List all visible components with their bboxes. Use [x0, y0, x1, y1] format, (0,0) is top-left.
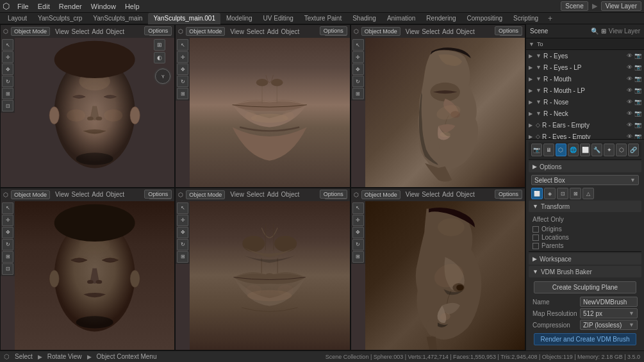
vp-nav-view-bm[interactable]: View	[230, 191, 244, 198]
menu-window[interactable]: Window	[87, 0, 120, 13]
tab-shading[interactable]: Shading	[347, 13, 381, 24]
tab-yansculpts-main-001[interactable]: YanSculpts_main.001	[148, 13, 220, 24]
object-mode-btn-tl[interactable]: Object Mode	[11, 27, 50, 36]
select-tool-tr[interactable]: ↖	[352, 39, 364, 51]
map-res-dropdown[interactable]: 512 px ▼	[580, 308, 638, 318]
constraints-props-btn[interactable]: 🔗	[628, 144, 639, 156]
vp-nav-object-br[interactable]: Object	[456, 191, 475, 198]
vp-nav-select-tr[interactable]: Select	[422, 28, 440, 35]
viewport-top-left[interactable]: ⬡ Object Mode View Select Add Object Glo…	[0, 24, 175, 188]
vp-nav-view-tm[interactable]: View	[230, 28, 244, 35]
cursor-tool-bm[interactable]: ✛	[177, 215, 188, 226]
menu-help[interactable]: Help	[121, 0, 144, 13]
transform-tool-bl[interactable]: ⊡	[2, 263, 13, 275]
tab-scripting[interactable]: Scripting	[508, 13, 543, 24]
select-tool-bm[interactable]: ↖	[177, 202, 188, 214]
render-create-btn[interactable]: Render and Create VDM Brush	[534, 333, 636, 345]
viewport-bot-left[interactable]: ⬡ Object Mode View Select Add Object Glo…	[0, 188, 175, 351]
outliner-item-nose[interactable]: ▶ ▼ R - Nose 👁 📷	[526, 96, 644, 108]
vp-nav-object-bm[interactable]: Object	[281, 191, 299, 198]
physics-props-btn[interactable]: ⬡	[616, 144, 627, 156]
move-tool-tr[interactable]: ✥	[352, 63, 364, 75]
name-input[interactable]: NewVDMBrush	[580, 297, 638, 307]
object-mode-btn-br[interactable]: Object Mode	[361, 190, 400, 199]
move-tool-bm[interactable]: ✥	[177, 227, 188, 238]
nav-gizmo-tl[interactable]: Y	[154, 67, 172, 85]
scale-tool-tl[interactable]: ⊞	[2, 88, 13, 99]
eye-icon-mouth[interactable]: 👁	[627, 76, 632, 82]
options-btn-tr[interactable]: Options	[495, 26, 522, 35]
outliner-item-eyes-empty[interactable]: ▶ ◇ R - Eyes - Empty 👁 📷	[526, 131, 644, 139]
vp-nav-object-tl[interactable]: Object	[106, 28, 124, 35]
viewport-bot-right[interactable]: ⬡ Object Mode View Select Add Object Glo…	[351, 188, 525, 351]
scene-selector[interactable]: Scene	[561, 1, 588, 11]
cam-icon-eyes-empty[interactable]: 📷	[634, 133, 641, 139]
locations-checkbox[interactable]	[533, 234, 539, 241]
cursor-tool-br[interactable]: ✛	[352, 215, 364, 226]
transform-icon-5[interactable]: △	[582, 188, 594, 199]
create-sculpting-plane-btn[interactable]: Create Sculpting Plane	[534, 281, 636, 293]
tab-texture-paint[interactable]: Texture Paint	[299, 13, 347, 24]
cam-icon-eyes-lp[interactable]: 📷	[634, 64, 641, 70]
object-mode-btn-tm[interactable]: Object Mode	[186, 27, 225, 36]
tab-animation[interactable]: Animation	[382, 13, 420, 24]
viewport-top-mid[interactable]: ⬡ Object Mode View Select Add Object Glo…	[175, 24, 350, 188]
outliner-item-neck[interactable]: ▶ ▼ R - Neck 👁 📷	[526, 108, 644, 119]
tab-yansculpts-crp[interactable]: YanSculpts_crp	[33, 13, 87, 24]
outliner-item-eyes[interactable]: ▶ ▼ R - Eyes 👁 📷	[526, 50, 644, 62]
tab-rendering[interactable]: Rendering	[421, 13, 461, 24]
menu-file[interactable]: File	[13, 0, 33, 13]
transform-icon-2[interactable]: ◈	[544, 188, 556, 199]
cursor-tool-tr[interactable]: ✛	[352, 51, 364, 63]
viewport-bot-mid[interactable]: ⬡ Object Mode View Select Add Object Glo…	[175, 188, 350, 351]
origins-checkbox[interactable]	[533, 226, 539, 233]
viewport-top-right[interactable]: ⬡ Object Mode View Select Add Object Glo…	[351, 24, 525, 188]
eye-icon-ears-empty[interactable]: 👁	[627, 122, 632, 128]
object-mode-btn-tr[interactable]: Object Mode	[361, 27, 400, 36]
scale-tool-br[interactable]: ⊞	[352, 251, 364, 263]
filter-icon[interactable]: ⊞	[601, 28, 606, 35]
vp-nav-object-bl[interactable]: Object	[106, 191, 124, 198]
vp-nav-view-tr[interactable]: View	[406, 28, 420, 35]
eye-icon-mouth-lp[interactable]: 👁	[627, 87, 632, 94]
tab-layout[interactable]: Layout	[3, 13, 32, 24]
eye-icon-nose[interactable]: 👁	[627, 99, 632, 105]
rotate-tool-tl[interactable]: ↻	[2, 76, 13, 87]
move-tool-br[interactable]: ✥	[352, 227, 364, 238]
cursor-tool-tl[interactable]: ✛	[2, 51, 13, 63]
options-btn-bm[interactable]: Options	[320, 190, 347, 199]
move-tool-bl[interactable]: ✥	[2, 227, 13, 238]
options-btn-tm[interactable]: Options	[320, 26, 347, 35]
add-workspace-btn[interactable]: +	[544, 14, 556, 23]
tab-uv-editing[interactable]: UV Editing	[258, 13, 299, 24]
vp-nav-object-tr[interactable]: Object	[456, 28, 475, 35]
overlay-btn-tl[interactable]: ⊞	[154, 39, 165, 51]
cam-icon-nose[interactable]: 📷	[634, 99, 641, 105]
cam-icon-mouth[interactable]: 📷	[634, 76, 641, 82]
vp-nav-view-tl[interactable]: View	[55, 28, 69, 35]
cursor-tool-bl[interactable]: ✛	[2, 215, 13, 226]
cursor-tool-tm[interactable]: ✛	[177, 51, 188, 63]
vp-nav-add-bl[interactable]: Add	[92, 191, 103, 198]
transform-header[interactable]: ▼ Transform	[529, 201, 641, 212]
vdm-header[interactable]: ▼ VDM Brush Baker	[529, 266, 641, 277]
transform-tool-tl[interactable]: ⊡	[2, 100, 13, 111]
rotate-tool-tm[interactable]: ↻	[177, 76, 188, 87]
rotate-tool-bl[interactable]: ↻	[2, 239, 13, 251]
outliner-item-mouth[interactable]: ▶ ▼ R - Mouth 👁 📷	[526, 73, 644, 85]
vp-nav-select-bm[interactable]: Select	[247, 191, 265, 198]
tab-yansculpts-main[interactable]: YanSculpts_main	[88, 13, 147, 24]
move-tool-tm[interactable]: ✥	[177, 63, 188, 75]
scene-props-btn[interactable]: ⬡	[556, 144, 566, 156]
vp-nav-add-bm[interactable]: Add	[267, 191, 279, 198]
parents-checkbox[interactable]	[533, 243, 539, 249]
outliner-item-mouth-lp[interactable]: ▶ ▼ R - Mouth - LP 👁 📷	[526, 85, 644, 96]
tab-compositing[interactable]: Compositing	[462, 13, 508, 24]
eye-icon-eyes[interactable]: 👁	[627, 53, 632, 59]
scale-tool-bm[interactable]: ⊞	[177, 251, 188, 263]
options-btn-tl[interactable]: Options	[144, 26, 172, 35]
transform-icon-4[interactable]: ⊠	[570, 188, 581, 199]
options-btn-bl[interactable]: Options	[144, 190, 172, 199]
select-box-dropdown[interactable]: Select Box ▼	[531, 175, 639, 185]
output-props-btn[interactable]: 🖥	[543, 144, 554, 156]
